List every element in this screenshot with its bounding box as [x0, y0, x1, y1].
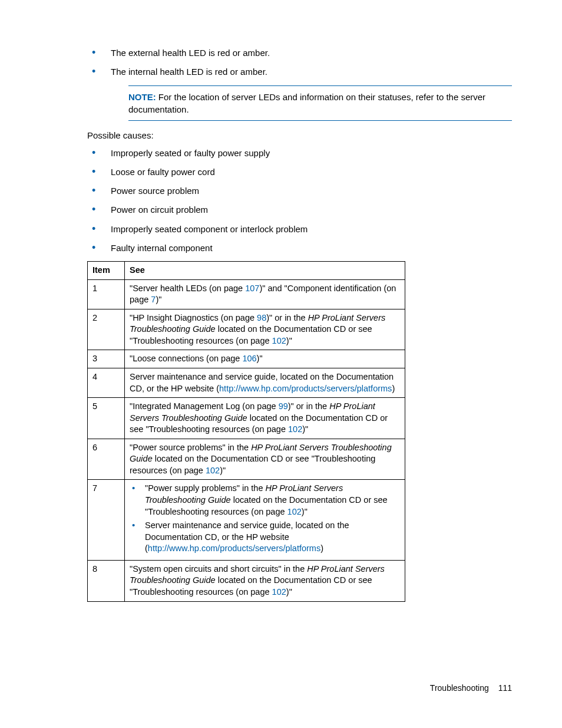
page-link[interactable]: 107 — [245, 284, 259, 293]
page-link[interactable]: 102 — [287, 507, 302, 516]
page-link[interactable]: 102 — [272, 336, 286, 345]
table-row: 8 "System open circuits and short circui… — [88, 560, 405, 601]
cell-see: Server maintenance and service guide, lo… — [125, 368, 405, 397]
col-see: See — [125, 262, 405, 280]
table-row: 4 Server maintenance and service guide, … — [88, 368, 405, 397]
page-link[interactable]: 102 — [272, 587, 286, 597]
page-link[interactable]: 98 — [257, 313, 266, 322]
note-text: For the location of server LEDs and info… — [128, 92, 485, 114]
cell-see: "Integrated Management Log (on page 99)"… — [125, 398, 405, 439]
table-row: 5 "Integrated Management Log (on page 99… — [88, 398, 405, 439]
list-item: The internal health LED is red or amber. — [87, 66, 512, 78]
cell-item: 2 — [88, 309, 125, 350]
col-item: Item — [88, 262, 125, 280]
list-item: Loose or faulty power cord — [87, 166, 512, 178]
list-item: The external health LED is red or amber. — [87, 47, 512, 59]
list-item: Power source problem — [87, 185, 512, 197]
list-item: "Power supply problems" in the HP ProLia… — [130, 483, 400, 518]
cell-item: 4 — [88, 368, 125, 397]
table-row: 3 "Loose connections (on page 106)" — [88, 350, 405, 368]
top-bullet-list: The external health LED is red or amber.… — [87, 47, 512, 78]
cell-item: 7 — [88, 480, 125, 560]
cell-see: "Server health LEDs (on page 107)" and "… — [125, 279, 405, 309]
table-header-row: Item See — [88, 262, 405, 280]
page-footer: Troubleshooting 111 — [430, 683, 512, 693]
table-row: 2 "HP Insight Diagnostics (on page 98)" … — [88, 309, 405, 350]
cell-see: "System open circuits and short circuits… — [125, 560, 405, 601]
cell-item: 8 — [88, 560, 125, 601]
list-item: Improperly seated component or interlock… — [87, 223, 512, 235]
list-item: Power on circuit problem — [87, 204, 512, 216]
cell-item: 3 — [88, 350, 125, 368]
url-link[interactable]: http://www.hp.com/products/servers/platf… — [219, 384, 392, 393]
reference-table: Item See 1 "Server health LEDs (on page … — [87, 261, 405, 602]
cell-see: "Power source problems" in the HP ProLia… — [125, 439, 405, 480]
list-item: Faulty internal component — [87, 242, 512, 254]
note-box: NOTE: For the location of server LEDs an… — [128, 85, 512, 121]
table-row: 1 "Server health LEDs (on page 107)" and… — [88, 279, 405, 309]
list-item: Improperly seated or faulty power supply — [87, 147, 512, 159]
note-label: NOTE: — [128, 92, 156, 102]
footer-section: Troubleshooting — [430, 683, 489, 693]
cell-item: 1 — [88, 279, 125, 309]
causes-list: Improperly seated or faulty power supply… — [87, 147, 512, 255]
page-link[interactable]: 102 — [288, 424, 302, 434]
page-link[interactable]: 99 — [279, 401, 288, 411]
list-item: Server maintenance and service guide, lo… — [130, 520, 400, 555]
cell-item: 5 — [88, 398, 125, 439]
page-link[interactable]: 102 — [206, 466, 220, 475]
cell-item: 6 — [88, 439, 125, 480]
cell-see: "HP Insight Diagnostics (on page 98)" or… — [125, 309, 405, 350]
table-row: 7 "Power supply problems" in the HP ProL… — [88, 480, 405, 560]
page-link[interactable]: 106 — [242, 354, 256, 363]
footer-page-number: 111 — [498, 683, 512, 693]
url-link[interactable]: http://www.hp.com/products/servers/platf… — [148, 543, 320, 553]
cell-see: "Loose connections (on page 106)" — [125, 350, 405, 368]
table-row: 6 "Power source problems" in the HP ProL… — [88, 439, 405, 480]
possible-causes-label: Possible causes: — [87, 130, 512, 140]
cell-see: "Power supply problems" in the HP ProLia… — [125, 480, 405, 560]
